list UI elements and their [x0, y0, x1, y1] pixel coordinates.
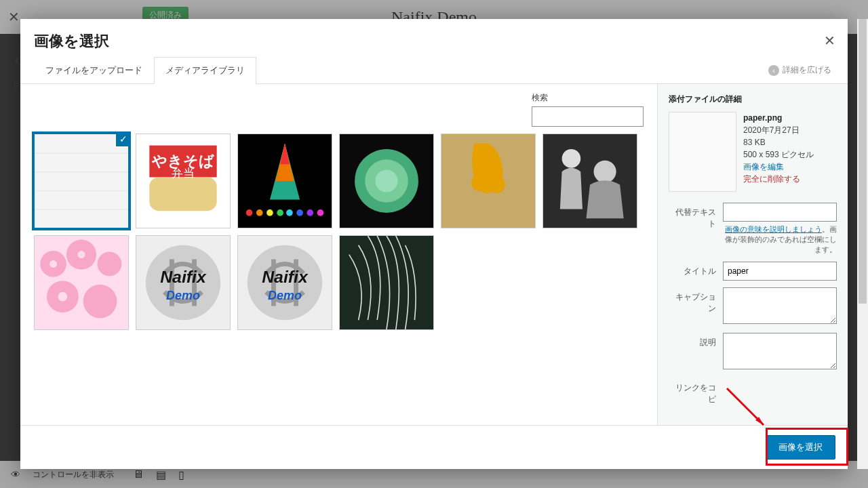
- svg-rect-4: [35, 209, 128, 209]
- media-modal: 画像を選択 ✕ ファイルをアップロード メディアライブラリ ‹ 詳細を広げる 検…: [20, 19, 848, 469]
- caption-label: キャプション: [669, 287, 723, 314]
- details-heading: 添付ファイルの詳細: [669, 94, 837, 105]
- scrollbar[interactable]: [857, 19, 868, 469]
- svg-text:Naifix: Naifix: [160, 268, 207, 286]
- svg-point-30: [562, 149, 581, 168]
- modal-title: 画像を選択: [34, 31, 834, 52]
- details-size: 83 KB: [743, 136, 814, 148]
- thumb-hair[interactable]: [339, 235, 434, 330]
- close-icon[interactable]: ✕: [824, 33, 835, 49]
- svg-rect-0: [35, 134, 128, 228]
- svg-point-15: [256, 209, 263, 216]
- svg-point-39: [77, 251, 85, 258]
- modal-toolbar: 画像を選択: [20, 425, 848, 469]
- search-input[interactable]: [532, 106, 644, 127]
- alt-input[interactable]: [723, 203, 837, 222]
- expand-details-label: 詳細を広げる: [783, 64, 831, 76]
- alt-label: 代替テキスト: [669, 203, 723, 230]
- thumb-bw-people[interactable]: [542, 134, 637, 228]
- search-label: 検索: [532, 92, 644, 104]
- thumbnail-grid: ✓ やきそば弁当: [34, 134, 644, 330]
- svg-point-25: [375, 169, 397, 192]
- svg-point-27: [471, 174, 488, 191]
- details-thumbnail: [669, 112, 736, 192]
- media-library: 検索 ✓ やきそば弁当: [20, 84, 658, 425]
- svg-rect-2: [35, 171, 128, 172]
- tab-library[interactable]: メディアライブラリ: [154, 57, 256, 84]
- svg-point-18: [286, 209, 293, 216]
- thumb-candles[interactable]: [237, 134, 332, 228]
- thumb-sakura[interactable]: [34, 235, 129, 330]
- modal-body: 検索 ✓ やきそば弁当: [20, 84, 848, 425]
- svg-rect-49: [340, 236, 433, 329]
- thumb-cabbage[interactable]: [339, 134, 434, 228]
- desc-input[interactable]: [723, 333, 837, 369]
- tab-upload[interactable]: ファイルをアップロード: [34, 57, 154, 84]
- thumb-yakisoba[interactable]: やきそば弁当: [136, 134, 231, 228]
- svg-text:Demo: Demo: [166, 289, 200, 302]
- svg-point-20: [307, 209, 313, 216]
- svg-rect-7: [149, 177, 216, 211]
- details-date: 2020年7月27日: [743, 124, 814, 136]
- modal-tabs: ファイルをアップロード メディアライブラリ ‹ 詳細を広げる: [20, 57, 848, 84]
- alt-hint-link[interactable]: 画像の意味を説明しましょう: [725, 225, 822, 233]
- svg-text:Demo: Demo: [268, 289, 302, 302]
- svg-point-14: [246, 209, 253, 216]
- thumb-bear[interactable]: [441, 134, 536, 228]
- link-label: リンクをコピ: [669, 378, 723, 405]
- svg-point-40: [58, 292, 68, 302]
- details-filename: paper.png: [743, 112, 814, 124]
- svg-text:弁当: 弁当: [172, 167, 195, 180]
- thumb-naifix-2[interactable]: NaifixDemo: [237, 235, 332, 330]
- details-dims: 500 x 593 ピクセル: [743, 148, 814, 161]
- chevron-left-icon: ‹: [768, 65, 779, 76]
- details-meta: paper.png 2020年7月27日 83 KB 500 x 593 ピクセ…: [743, 112, 814, 192]
- svg-point-38: [50, 260, 57, 268]
- expand-details[interactable]: ‹ 詳細を広げる: [768, 57, 834, 83]
- modal-header: 画像を選択 ✕: [20, 19, 848, 57]
- title-label: タイトル: [669, 262, 723, 277]
- delete-image-link[interactable]: 完全に削除する: [743, 173, 814, 185]
- caption-input[interactable]: [723, 287, 837, 324]
- desc-label: 説明: [669, 333, 723, 348]
- thumb-paper[interactable]: ✓: [34, 134, 129, 228]
- select-image-button[interactable]: 画像を選択: [766, 435, 835, 460]
- edit-image-link[interactable]: 画像を編集: [743, 161, 814, 173]
- svg-rect-1: [35, 153, 128, 154]
- svg-point-31: [594, 161, 616, 183]
- thumb-naifix-1[interactable]: NaifixDemo: [136, 235, 231, 330]
- svg-point-17: [277, 209, 283, 216]
- svg-rect-3: [35, 190, 128, 191]
- svg-point-35: [97, 251, 121, 276]
- svg-point-16: [267, 209, 273, 216]
- svg-point-19: [296, 209, 303, 216]
- svg-text:Naifix: Naifix: [262, 268, 309, 286]
- svg-point-37: [83, 285, 117, 319]
- attachment-details: 添付ファイルの詳細 paper.png 2020年7月27日 83 KB 500…: [658, 84, 848, 425]
- svg-point-28: [488, 176, 505, 193]
- check-icon: ✓: [115, 134, 129, 147]
- svg-point-21: [317, 209, 324, 216]
- scrollbar-thumb[interactable]: [859, 19, 867, 304]
- alt-hint: 画像の意味を説明しましょう。画像が装飾的のみであれば空欄にします。: [723, 224, 837, 255]
- title-input[interactable]: [723, 262, 837, 281]
